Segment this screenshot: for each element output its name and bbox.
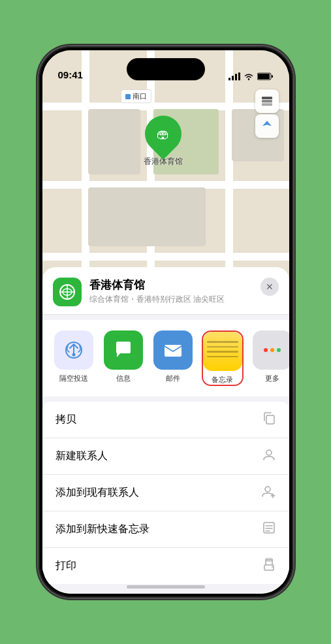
quick-notes-icon [262, 521, 276, 538]
svg-rect-7 [272, 75, 273, 78]
more-label: 更多 [265, 374, 279, 383]
copy-icon [262, 411, 276, 428]
location-desc: 综合体育馆・香港特别行政区 油尖旺区 [89, 294, 253, 305]
pin-inner: 🏟 [157, 127, 170, 142]
location-info: 香港体育馆 综合体育馆・香港特别行政区 油尖旺区 [89, 278, 253, 305]
dot-orange [270, 348, 274, 352]
action-add-existing-label: 添加到现有联系人 [55, 486, 139, 500]
more-icon-bg [253, 330, 289, 370]
status-icons [229, 72, 274, 80]
home-indicator [127, 585, 205, 588]
action-quick-notes[interactable]: 添加到新快速备忘录 [42, 511, 289, 548]
close-icon: ✕ [266, 282, 274, 292]
map-tag: 南口 [121, 89, 151, 103]
dot-green [277, 348, 281, 352]
svg-rect-1 [232, 76, 234, 80]
pin-circle: 🏟 [137, 108, 189, 159]
new-contact-icon [262, 447, 276, 465]
notes-lines [207, 341, 238, 357]
notes-label: 备忘录 [212, 375, 233, 385]
message-label: 信息 [116, 374, 131, 383]
close-button[interactable]: ✕ [260, 278, 279, 296]
bottom-sheet: 香港体育馆 综合体育馆・香港特别行政区 油尖旺区 ✕ [42, 267, 289, 594]
svg-rect-0 [229, 78, 230, 80]
venue-icon [53, 278, 82, 306]
add-contact-icon [262, 484, 276, 502]
action-copy-label: 拷贝 [55, 413, 76, 427]
action-add-existing[interactable]: 添加到现有联系人 [42, 475, 289, 511]
action-print-label: 打印 [55, 559, 76, 573]
mail-icon [161, 338, 185, 362]
action-list: 拷贝 新建联系人 [42, 402, 289, 584]
svg-rect-2 [235, 74, 237, 80]
svg-point-29 [272, 566, 273, 568]
share-row: 隔空投送 信息 [42, 320, 289, 396]
location-name: 香港体育馆 [89, 278, 253, 293]
message-icon [112, 339, 134, 361]
svg-point-20 [265, 487, 270, 492]
location-button[interactable] [255, 114, 279, 138]
airdrop-icon-bg [54, 330, 93, 370]
svg-rect-3 [238, 72, 240, 80]
notes-line [207, 346, 238, 348]
printer-svg-icon [262, 557, 276, 572]
svg-point-19 [266, 450, 272, 455]
svg-rect-6 [258, 74, 270, 79]
mail-icon-bg [153, 330, 193, 370]
action-quick-notes-label: 添加到新快速备忘录 [55, 523, 150, 536]
map-tag-label: 南口 [133, 91, 147, 101]
map-layer-icon [260, 95, 274, 108]
svg-rect-8 [262, 97, 272, 99]
dynamic-island [127, 58, 205, 80]
svg-point-4 [247, 78, 249, 80]
notes-line [207, 351, 238, 353]
map-road [42, 253, 289, 261]
print-icon [262, 557, 276, 575]
action-copy[interactable]: 拷贝 [42, 402, 289, 438]
stadium-icon [58, 283, 76, 301]
status-time: 09:41 [58, 69, 83, 80]
notes-icon-bg [203, 332, 242, 371]
phone-frame: 09:41 [39, 46, 293, 598]
quick-note-svg-icon [262, 521, 276, 535]
add-person-svg-icon [262, 484, 276, 498]
map-block [88, 187, 206, 246]
svg-point-16 [72, 353, 75, 357]
map-layer-button[interactable] [255, 89, 279, 113]
action-new-contact-label: 新建联系人 [55, 449, 108, 463]
person-svg-icon [262, 447, 276, 462]
signal-icon [229, 72, 240, 80]
svg-rect-9 [262, 100, 272, 103]
share-notes[interactable]: 备忘录 [202, 330, 244, 386]
map-controls [255, 89, 279, 138]
location-header: 香港体育馆 综合体育馆・香港特别行政区 油尖旺区 ✕ [42, 267, 289, 315]
copy-svg-icon [262, 411, 276, 425]
svg-rect-10 [262, 103, 272, 106]
notes-line [207, 356, 238, 358]
battery-icon [257, 72, 274, 80]
svg-rect-18 [266, 415, 274, 424]
airdrop-icon [63, 339, 85, 361]
dot-red [264, 348, 268, 352]
svg-rect-27 [264, 565, 274, 570]
action-print[interactable]: 打印 [42, 548, 289, 584]
mail-label: 邮件 [166, 374, 180, 383]
wifi-icon [244, 72, 254, 80]
location-arrow-icon [261, 120, 273, 132]
share-airdrop[interactable]: 隔空投送 [53, 330, 95, 386]
share-mail[interactable]: 邮件 [152, 330, 194, 386]
notes-line [207, 341, 238, 343]
airdrop-label: 隔空投送 [59, 374, 88, 383]
map-pin: 🏟 香港体育馆 [144, 116, 183, 167]
svg-rect-17 [165, 345, 181, 357]
share-message[interactable]: 信息 [102, 330, 144, 386]
message-icon-bg [104, 330, 143, 370]
share-more[interactable]: 更多 [251, 330, 289, 386]
phone-screen: 09:41 [42, 50, 289, 594]
action-new-contact[interactable]: 新建联系人 [42, 438, 289, 475]
map-block [88, 109, 140, 174]
map-tag-dot [125, 94, 131, 99]
